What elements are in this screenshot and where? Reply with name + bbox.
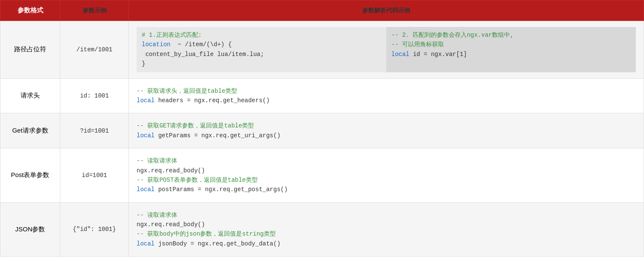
cell-example: id=1001	[60, 148, 129, 203]
cell-format: Get请求参数	[0, 113, 60, 148]
cell-format: Post表单参数	[0, 148, 60, 203]
cell-example: /item/1001	[60, 21, 129, 79]
table-row: 路径占位符/item/1001# 1.正则表达式匹配:location ~ /i…	[0, 21, 644, 79]
cell-code: -- 获取请求头，返回值是table类型local headers = ngx.…	[129, 78, 644, 113]
cell-example: ?id=1001	[60, 113, 129, 148]
table-row: Get请求参数?id=1001-- 获取GET请求参数，返回值是table类型l…	[0, 113, 644, 148]
code-block-single: -- 读取请求体ngx.req.read_body()-- 获取body中的js…	[137, 209, 636, 251]
code-block-single: -- 获取GET请求参数，返回值是table类型local getParams …	[137, 119, 636, 142]
table-header-row: 参数格式 参数示例 参数解析代码示例	[0, 0, 644, 21]
header-example: 参数示例	[60, 0, 129, 21]
code-block-right: -- 2. 匹配到的参数会存入ngx.var数组中,-- 可以用角标获取loca…	[386, 27, 636, 72]
cell-code: -- 读取请求体ngx.req.read_body()-- 获取POST表单参数…	[129, 148, 644, 203]
header-code: 参数解析代码示例	[129, 0, 644, 21]
cell-code: # 1.正则表达式匹配:location ~ /item/(\d+) { con…	[129, 21, 644, 79]
code-block-single: -- 读取请求体ngx.req.read_body()-- 获取POST表单参数…	[137, 154, 636, 196]
cell-example: id: 1001	[60, 78, 129, 113]
header-format: 参数格式	[0, 0, 60, 21]
code-block-single: -- 获取请求头，返回值是table类型local headers = ngx.…	[137, 85, 636, 107]
main-table: 参数格式 参数示例 参数解析代码示例 路径占位符/item/1001# 1.正则…	[0, 0, 644, 257]
cell-format: JSON参数	[0, 202, 60, 257]
cell-format: 路径占位符	[0, 21, 60, 79]
cell-example: {"id": 1001}	[60, 202, 129, 257]
cell-format: 请求头	[0, 78, 60, 113]
table-row: JSON参数{"id": 1001}-- 读取请求体ngx.req.read_b…	[0, 202, 644, 257]
cell-code: -- 读取请求体ngx.req.read_body()-- 获取body中的js…	[129, 202, 644, 257]
code-block-left: # 1.正则表达式匹配:location ~ /item/(\d+) { con…	[137, 27, 386, 72]
cell-code: -- 获取GET请求参数，返回值是table类型local getParams …	[129, 113, 644, 148]
table-row: Post表单参数id=1001-- 读取请求体ngx.req.read_body…	[0, 148, 644, 203]
table-row: 请求头id: 1001-- 获取请求头，返回值是table类型local hea…	[0, 78, 644, 113]
